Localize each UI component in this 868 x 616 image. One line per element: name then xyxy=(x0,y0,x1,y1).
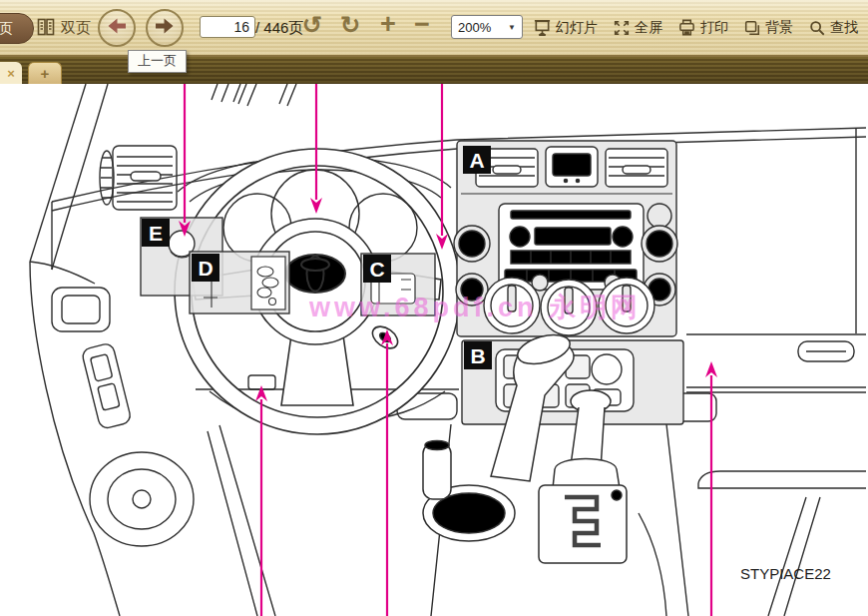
fullscreen-button[interactable]: 全屏 xyxy=(613,19,662,37)
toolbar-actions: 幻灯片 全屏 打印 xyxy=(533,0,858,55)
figure-code-label: STYPIACE22 xyxy=(740,565,831,582)
slideshow-button[interactable]: 幻灯片 xyxy=(533,18,598,37)
background-layers-icon xyxy=(743,19,761,37)
background-label: 背景 xyxy=(765,19,793,37)
print-icon xyxy=(677,18,696,37)
previous-page-tooltip: 上一页 xyxy=(128,50,187,73)
slideshow-label: 幻灯片 xyxy=(556,19,598,37)
zoom-in-button[interactable]: + xyxy=(380,11,396,38)
pdf-reader-toolbar: 单页 双页 / 446页 ↺ ↻ + − 200% ▼ xyxy=(0,0,868,57)
zoom-level-select[interactable]: 200% ▼ xyxy=(451,15,523,39)
zoom-out-button[interactable]: − xyxy=(414,11,430,38)
arrow-right-icon xyxy=(153,14,177,42)
fullscreen-icon xyxy=(613,19,631,37)
double-page-label: 双页 xyxy=(61,19,91,38)
rotate-left-button[interactable]: ↺ xyxy=(302,13,322,37)
previous-page-button[interactable] xyxy=(98,9,136,47)
fullscreen-label: 全屏 xyxy=(635,19,662,37)
print-label: 打印 xyxy=(700,19,728,37)
callout-e-label: E xyxy=(149,222,163,245)
double-page-icon xyxy=(36,17,56,40)
dashboard-diagram: E D C xyxy=(0,84,868,616)
watermark-text: www.68pdf.cn 永明网 xyxy=(309,290,642,325)
callout-c-label: C xyxy=(369,258,384,281)
callout-d-region: D xyxy=(190,252,289,313)
zoom-level-value: 200% xyxy=(458,20,491,35)
page-number-input[interactable] xyxy=(200,16,255,38)
background-button[interactable]: 背景 xyxy=(743,19,793,37)
callout-d-label: D xyxy=(198,257,213,280)
find-button[interactable]: 查找 xyxy=(808,19,858,37)
next-page-button[interactable] xyxy=(146,9,184,47)
page-total-label: / 446页 xyxy=(255,19,303,38)
rotate-right-button[interactable]: ↻ xyxy=(340,13,360,37)
callout-b-label: B xyxy=(470,344,485,367)
arrow-left-icon xyxy=(105,14,129,42)
pdf-page: E D C xyxy=(0,84,868,616)
find-label: 查找 xyxy=(830,19,858,37)
new-tab-button[interactable]: + xyxy=(28,62,62,84)
double-page-mode-button[interactable]: 双页 xyxy=(36,12,91,44)
chevron-down-icon: ▼ xyxy=(508,23,516,32)
close-tab-button[interactable]: × xyxy=(0,62,22,84)
slideshow-icon xyxy=(533,18,552,37)
print-button[interactable]: 打印 xyxy=(677,18,728,37)
search-icon xyxy=(808,19,826,37)
single-page-mode-button[interactable]: 单页 xyxy=(0,13,34,44)
callout-a-label: A xyxy=(469,149,484,172)
